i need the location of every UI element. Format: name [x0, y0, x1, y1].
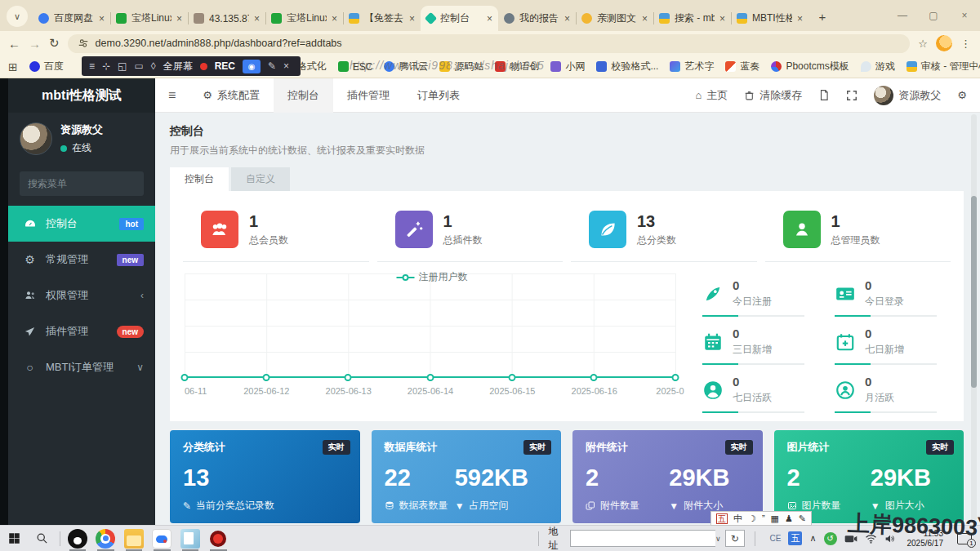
browser-tab[interactable]: 百度网盘× [33, 6, 110, 31]
list-icon[interactable]: ≡ [89, 60, 95, 72]
browser-tab[interactable]: 【免签去…× [343, 6, 421, 31]
bookmark-item[interactable]: 游戏 [861, 60, 895, 73]
window-close-button[interactable]: × [949, 0, 980, 31]
user-avatar[interactable] [20, 122, 52, 155]
data-point[interactable] [672, 374, 679, 381]
browser-tab[interactable]: 宝塔Linux× [110, 6, 188, 31]
user-dict-icon[interactable]: ♟ [785, 513, 793, 524]
taskbar-app-chrome[interactable] [91, 526, 119, 551]
topnav-tab-system-config[interactable]: ⚙系统配置 [189, 78, 274, 113]
menu-search-box[interactable] [20, 171, 144, 196]
taskbar-app-qq[interactable] [64, 526, 91, 551]
content-tab-custom[interactable]: 自定义 [231, 167, 290, 191]
pencil-icon[interactable]: ✎ [268, 60, 276, 72]
address-combobox-input[interactable] [571, 531, 715, 546]
bookmark-item[interactable]: 源码姑 [439, 60, 483, 73]
address-combobox[interactable]: ∨ [570, 530, 715, 547]
home-link[interactable]: ⌂主页 [695, 88, 728, 103]
browser-tab[interactable]: 我的报告× [498, 6, 576, 31]
fullscreen-mode-label[interactable]: 全屏幕 [163, 60, 193, 73]
antivirus-tray-icon[interactable]: ↺ [824, 532, 837, 545]
reload-button[interactable]: ↻ [49, 36, 60, 51]
topnav-tab-plugins[interactable]: 插件管理 [333, 78, 403, 113]
taskbar-app-explorer[interactable] [120, 526, 148, 551]
tab-close-icon[interactable]: × [642, 13, 648, 24]
window-minimize-button[interactable]: — [887, 0, 918, 31]
settings-gears-icon[interactable]: ⚙ [957, 89, 967, 101]
address-bar[interactable]: demo.3290.net/admin888.php/dashboard?ref… [68, 34, 911, 53]
sidebar-item-mbti-orders[interactable]: ○ MBTI订单管理 ∨ [8, 349, 155, 385]
window-maximize-button[interactable]: ▢ [918, 0, 949, 31]
punctuation-icon[interactable]: ” [762, 513, 765, 523]
clear-cache-button[interactable]: 清除缓存 [744, 88, 802, 103]
browser-tab[interactable]: MBTI性格…× [731, 6, 808, 31]
bookmark-item[interactable]: 校验格式... [596, 60, 658, 73]
browser-menu-icon[interactable]: ⋮ [960, 38, 972, 50]
crosshair-icon[interactable]: ⊹ [102, 60, 110, 72]
browser-tab-active[interactable]: 控制台× [421, 6, 498, 31]
chevron-down-icon[interactable]: ∨ [715, 535, 721, 543]
browser-tab[interactable]: 搜索 - mb…× [653, 6, 731, 31]
taskbar-app-recorder[interactable] [204, 526, 232, 551]
topnav-tab-orders[interactable]: 订单列表 [403, 78, 474, 113]
sidebar-toggle-icon[interactable]: ≡ [155, 88, 189, 103]
fullscreen-button[interactable] [846, 90, 858, 101]
data-point[interactable] [590, 374, 597, 381]
tab-close-icon[interactable]: × [176, 13, 182, 24]
content-tab-dashboard[interactable]: 控制台 [170, 167, 229, 191]
menu-search-input[interactable] [28, 178, 154, 189]
tab-close-icon[interactable]: × [797, 13, 803, 24]
browser-tab[interactable]: 43.135.87× [188, 6, 265, 31]
browser-tab[interactable]: 亲测图文…× [576, 6, 653, 31]
taskbar-app-notes[interactable] [176, 526, 204, 551]
record-label[interactable]: REC [215, 60, 235, 72]
soft-keyboard-icon[interactable]: ▦ [771, 513, 779, 524]
topnav-tab-dashboard[interactable]: 控制台 [274, 78, 333, 113]
back-button[interactable]: ← [8, 37, 20, 51]
chinese-mode-indicator[interactable]: 中 [733, 513, 742, 525]
taskbar-app-netdisk[interactable] [148, 526, 176, 551]
tab-search-button[interactable]: ∨ [7, 6, 28, 27]
data-point[interactable] [508, 374, 515, 381]
tab-close-icon[interactable]: × [254, 13, 260, 24]
tab-close-icon[interactable]: × [487, 13, 492, 24]
zoom-region-icon[interactable]: ◱ [118, 60, 127, 72]
tab-close-icon[interactable]: × [332, 13, 337, 24]
data-point[interactable] [426, 374, 434, 381]
sidebar-item-permissions[interactable]: 权限管理 ‹ [8, 278, 155, 313]
tab-close-icon[interactable]: × [409, 13, 415, 24]
data-point[interactable] [181, 374, 189, 381]
topnav-user-menu[interactable]: 资源教父 [874, 86, 941, 105]
start-button[interactable] [0, 526, 28, 551]
language-indicator[interactable]: CE [770, 534, 782, 543]
bookmark-item[interactable]: 格式化 [297, 60, 327, 73]
sidebar-item-plugins[interactable]: 插件管理 new [8, 313, 155, 349]
tab-close-icon[interactable]: × [564, 13, 570, 24]
ime-settings-icon[interactable]: ✎ [799, 513, 806, 524]
browser-tab[interactable]: 宝塔Linux× [265, 6, 343, 31]
bookmark-star-icon[interactable]: ☆ [918, 38, 928, 50]
bookmark-item[interactable]: 审核 - 管理中心 [906, 60, 980, 73]
bookmark-item[interactable]: Pbootcms模板 [771, 60, 849, 73]
region-icon[interactable]: ▭ [134, 60, 143, 72]
browser-profile-avatar[interactable] [936, 35, 952, 51]
bookmark-item[interactable]: 物语创 [495, 60, 539, 73]
chart-legend[interactable]: 注册用户数 [397, 270, 468, 284]
data-point[interactable] [345, 374, 352, 381]
fullwidth-moon-icon[interactable]: ☽ [748, 513, 756, 524]
scrollbar-thumb[interactable] [971, 196, 977, 388]
droplet-icon[interactable]: ◊ [151, 60, 156, 72]
address-go-button[interactable]: ↻ [725, 530, 745, 547]
new-tab-button[interactable]: + [812, 6, 833, 27]
tab-close-icon[interactable]: × [719, 13, 725, 24]
ime-indicator[interactable]: 五 [788, 531, 802, 545]
close-recorder-icon[interactable]: × [283, 60, 289, 72]
sidebar-item-general[interactable]: ⚙ 常规管理 new [8, 242, 155, 278]
bookmark-item[interactable]: 腾讯云 [384, 60, 428, 73]
bookmark-item[interactable]: 百度 [29, 60, 64, 73]
apps-grid-icon[interactable]: ⊞ [8, 60, 18, 73]
screenshot-camera-button[interactable]: ◉ [243, 60, 261, 73]
forward-button[interactable]: → [29, 37, 41, 51]
sidebar-item-dashboard[interactable]: 控制台 hot [8, 206, 155, 242]
bookmark-item[interactable]: 小网 [550, 60, 585, 73]
